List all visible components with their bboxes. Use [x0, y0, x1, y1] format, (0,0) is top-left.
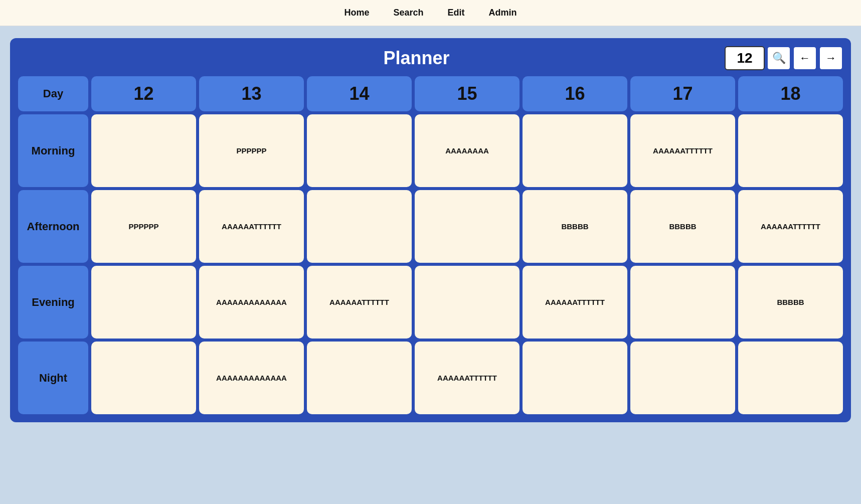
day-header-17: 17 — [630, 76, 735, 111]
cell-morning-day12[interactable] — [91, 114, 196, 187]
cell-morning-day16[interactable] — [523, 114, 627, 187]
cell-morning-day13[interactable]: PPPPPP — [199, 114, 304, 187]
cell-morning-day15[interactable]: AAAAAAAA — [415, 114, 520, 187]
day-header-18: 18 — [738, 76, 843, 111]
cell-afternoon-day18[interactable]: AAAAAATTTTTT — [738, 190, 843, 263]
cell-evening-day12[interactable] — [91, 266, 196, 339]
week-number-input[interactable] — [725, 46, 765, 70]
cell-night-day16[interactable] — [523, 342, 627, 414]
nav-admin[interactable]: Admin — [489, 8, 517, 18]
day-header-16: 16 — [523, 76, 627, 111]
day-header-13: 13 — [199, 76, 304, 111]
search-button[interactable]: 🔍 — [767, 46, 791, 70]
cell-night-day12[interactable] — [91, 342, 196, 414]
planner-grid: Day 12131415161718MorningPPPPPPAAAAAAAAA… — [18, 76, 843, 414]
cell-afternoon-day15[interactable] — [415, 190, 520, 263]
cell-evening-day14[interactable]: AAAAAATTTTTT — [307, 266, 412, 339]
cell-afternoon-day12[interactable]: PPPPPP — [91, 190, 196, 263]
row-label-night: Night — [18, 342, 88, 414]
nav-home[interactable]: Home — [344, 8, 369, 18]
cell-evening-day16[interactable]: AAAAAATTTTTT — [523, 266, 627, 339]
planner-header: Planner 🔍 ← → — [18, 46, 843, 70]
cell-afternoon-day14[interactable] — [307, 190, 412, 263]
day-header-15: 15 — [415, 76, 520, 111]
planner-container: Planner 🔍 ← → Day 12131415161718MorningP… — [10, 38, 851, 422]
cell-evening-day13[interactable]: AAAAAAAAAAAAA — [199, 266, 304, 339]
row-label-morning: Morning — [18, 114, 88, 187]
cell-morning-day17[interactable]: AAAAAATTTTTT — [630, 114, 735, 187]
nav-edit[interactable]: Edit — [448, 8, 465, 18]
top-navigation: Home Search Edit Admin — [0, 0, 861, 26]
cell-afternoon-day17[interactable]: BBBBB — [630, 190, 735, 263]
day-column-header: Day — [18, 76, 88, 111]
cell-evening-day18[interactable]: BBBBB — [738, 266, 843, 339]
cell-evening-day17[interactable] — [630, 266, 735, 339]
day-header-14: 14 — [307, 76, 412, 111]
cell-afternoon-day16[interactable]: BBBBB — [523, 190, 627, 263]
cell-evening-day15[interactable] — [415, 266, 520, 339]
row-label-afternoon: Afternoon — [18, 190, 88, 263]
cell-night-day14[interactable] — [307, 342, 412, 414]
day-header-12: 12 — [91, 76, 196, 111]
cell-night-day18[interactable] — [738, 342, 843, 414]
row-label-evening: Evening — [18, 266, 88, 339]
next-button[interactable]: → — [819, 46, 843, 70]
planner-controls: 🔍 ← → — [725, 46, 843, 70]
cell-morning-day14[interactable] — [307, 114, 412, 187]
prev-button[interactable]: ← — [793, 46, 817, 70]
cell-morning-day18[interactable] — [738, 114, 843, 187]
cell-night-day15[interactable]: AAAAAATTTTTT — [415, 342, 520, 414]
planner-title: Planner — [18, 48, 725, 69]
cell-night-day13[interactable]: AAAAAAAAAAAAA — [199, 342, 304, 414]
cell-afternoon-day13[interactable]: AAAAAATTTTTT — [199, 190, 304, 263]
nav-search[interactable]: Search — [393, 8, 423, 18]
cell-night-day17[interactable] — [630, 342, 735, 414]
